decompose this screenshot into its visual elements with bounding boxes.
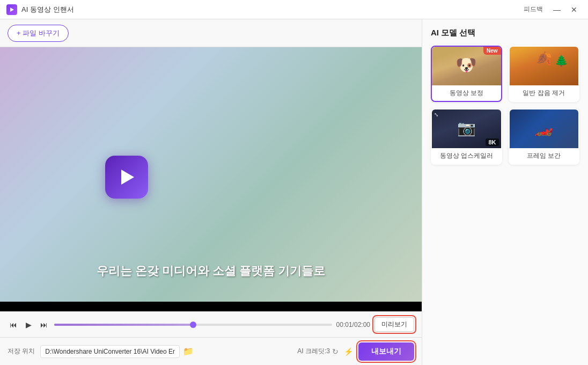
add-file-button[interactable]: + 파일 바꾸기 bbox=[8, 25, 69, 42]
model-card-enhance[interactable]: New 동영상 보정 bbox=[431, 46, 502, 102]
preview-button[interactable]: 미리보기 bbox=[374, 317, 414, 332]
lightning-icon: ⚡ bbox=[344, 347, 353, 356]
save-path-area: 📁 bbox=[40, 345, 292, 358]
model-card-interp[interactable]: 프레임 보간 bbox=[509, 108, 580, 165]
model-card-enhance-img: New bbox=[432, 47, 501, 85]
model-card-noise-label: 일반 잡음 제거 bbox=[510, 85, 579, 101]
model-grid: New 동영상 보정 일반 잡음 제거 8K ⤡ 동영상 업스케일러 bbox=[431, 46, 579, 165]
model-card-enhance-label: 동영상 보정 bbox=[432, 85, 501, 101]
export-button[interactable]: 내보내기 bbox=[358, 342, 414, 361]
save-label: 저장 위치 bbox=[8, 347, 35, 356]
play-button[interactable]: ▶ bbox=[24, 318, 34, 331]
close-button[interactable]: ✕ bbox=[567, 2, 582, 17]
model-card-noise[interactable]: 일반 잡음 제거 bbox=[509, 46, 580, 102]
refresh-icon[interactable]: ↻ bbox=[332, 347, 339, 356]
progress-bar[interactable] bbox=[54, 324, 332, 326]
playback-controls: ⏮ ▶ ⏭ 00:01/02:00 미리보기 bbox=[0, 311, 422, 337]
save-path-input[interactable] bbox=[40, 345, 180, 358]
title-bar-left: AI 동영상 인핸서 bbox=[6, 4, 74, 15]
video-logo bbox=[105, 156, 148, 199]
expand-icon: ⤡ bbox=[434, 112, 438, 118]
video-player: 우리는 온갖 미디어와 소셜 플랫폼 기기들로 bbox=[0, 47, 422, 311]
toolbar: + 파일 바꾸기 bbox=[0, 19, 422, 47]
app-title: AI 동영상 인핸서 bbox=[21, 5, 74, 14]
ai-model-title: AI 모델 선택 bbox=[431, 28, 579, 38]
time-display: 00:01/02:00 bbox=[336, 321, 370, 328]
left-panel: + 파일 바꾸기 우리는 온갖 미디어와 소셜 플랫폼 기기들로 ⏮ ▶ ⏭ bbox=[0, 19, 422, 365]
step-back-button[interactable]: ⏮ bbox=[8, 318, 19, 331]
main-content: + 파일 바꾸기 우리는 온갖 미디어와 소셜 플랫폼 기기들로 ⏮ ▶ ⏭ bbox=[0, 19, 588, 365]
right-panel: AI 모델 선택 New 동영상 보정 일반 잡음 제거 bbox=[422, 19, 588, 365]
model-card-upscale[interactable]: 8K ⤡ 동영상 업스케일러 bbox=[431, 108, 502, 165]
progress-fill bbox=[54, 324, 193, 326]
model-card-upscale-img: 8K ⤡ bbox=[432, 110, 501, 148]
svg-marker-0 bbox=[10, 8, 14, 12]
app-icon bbox=[6, 4, 17, 15]
model-card-interp-img bbox=[510, 110, 579, 148]
8k-badge: 8K bbox=[486, 138, 498, 146]
minimize-button[interactable]: — bbox=[549, 2, 564, 17]
video-subtitle: 우리는 온갖 미디어와 소셜 플랫폼 기기들로 bbox=[0, 263, 422, 279]
step-forward-button[interactable]: ⏭ bbox=[38, 318, 50, 331]
bottom-bar: 저장 위치 📁 AI 크레딧:3 ↻ ⚡ 내보내기 bbox=[0, 337, 422, 365]
ai-credits-label: AI 크레딧:3 bbox=[297, 347, 330, 356]
title-bar: AI 동영상 인핸서 피드백 — ✕ bbox=[0, 0, 588, 19]
model-card-noise-img bbox=[510, 47, 579, 85]
model-card-upscale-label: 동영상 업스케일러 bbox=[432, 148, 501, 164]
video-black-bottom bbox=[0, 302, 422, 311]
model-card-interp-label: 프레임 보간 bbox=[510, 148, 579, 164]
title-bar-controls: 피드백 — ✕ bbox=[519, 2, 582, 17]
svg-marker-1 bbox=[121, 170, 134, 185]
new-badge: New bbox=[483, 47, 501, 55]
feedback-button[interactable]: 피드백 bbox=[519, 4, 547, 15]
folder-button[interactable]: 📁 bbox=[183, 346, 194, 356]
ai-credits: AI 크레딧:3 ↻ bbox=[297, 347, 339, 356]
progress-handle[interactable] bbox=[190, 322, 196, 328]
